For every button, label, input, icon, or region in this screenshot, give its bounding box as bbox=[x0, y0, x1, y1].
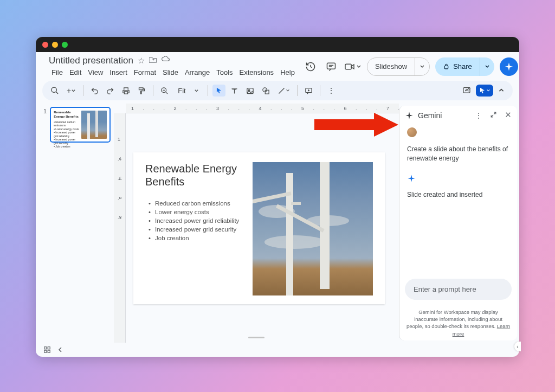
menu-slide[interactable]: Slide bbox=[160, 67, 181, 78]
share-dropdown[interactable] bbox=[480, 57, 494, 76]
gemini-title: Gemini bbox=[418, 111, 442, 120]
svg-rect-0 bbox=[327, 63, 335, 69]
window-minimize-button[interactable] bbox=[52, 42, 58, 48]
svg-point-6 bbox=[248, 89, 250, 91]
menubar: File Edit View Insert Format Slide Arran… bbox=[49, 67, 298, 78]
cursor-share-icon[interactable] bbox=[476, 85, 493, 97]
app-window: Untitled presentation ☆ File Edit View I… bbox=[36, 37, 519, 357]
speaker-notes-handle[interactable] bbox=[248, 337, 264, 338]
close-icon[interactable] bbox=[505, 111, 512, 120]
svg-rect-2 bbox=[444, 66, 448, 68]
side-panel-toggle[interactable]: ‹ bbox=[514, 342, 521, 351]
zoom-out-icon[interactable] bbox=[158, 85, 171, 97]
svg-rect-14 bbox=[44, 350, 47, 352]
paint-format-button[interactable] bbox=[135, 85, 149, 97]
spark-icon bbox=[405, 111, 414, 120]
search-icon[interactable] bbox=[48, 84, 62, 97]
share-button-group: Share bbox=[435, 57, 494, 76]
horizontal-ruler bbox=[126, 104, 399, 113]
separator bbox=[153, 85, 153, 96]
collapse-toolbar-icon[interactable] bbox=[495, 85, 507, 96]
user-avatar-small bbox=[407, 127, 417, 137]
expand-icon[interactable] bbox=[490, 111, 497, 120]
gemini-conversation: Create a slide about the benefits of ren… bbox=[399, 125, 517, 273]
bullet-item: Lower energy costs bbox=[145, 208, 243, 216]
gemini-prompt-input[interactable]: Enter a prompt here bbox=[405, 279, 512, 300]
image-tool[interactable] bbox=[243, 85, 257, 97]
comment-tool[interactable] bbox=[302, 85, 315, 97]
select-tool[interactable] bbox=[212, 85, 225, 97]
menu-edit[interactable]: Edit bbox=[67, 67, 84, 78]
slideshow-dropdown[interactable] bbox=[415, 58, 429, 75]
menu-tools[interactable]: Tools bbox=[214, 67, 235, 78]
svg-rect-5 bbox=[247, 88, 253, 93]
toolbar: + Fit ⋮ bbox=[42, 81, 513, 100]
slide-number: 1 bbox=[43, 108, 47, 143]
undo-button[interactable] bbox=[88, 85, 101, 97]
filmstrip: 1 Renewable Energy Benefits • Reduced ca… bbox=[36, 104, 114, 343]
redo-button[interactable] bbox=[104, 85, 117, 97]
print-button[interactable] bbox=[119, 85, 133, 97]
gemini-header: Gemini ⋮ bbox=[399, 106, 517, 125]
gemini-disclaimer: Gemini for Workspace may display inaccur… bbox=[399, 305, 517, 340]
window-zoom-button[interactable] bbox=[62, 42, 68, 48]
separator bbox=[297, 85, 298, 96]
spark-icon bbox=[407, 174, 416, 183]
separator bbox=[83, 85, 83, 96]
textbox-tool[interactable] bbox=[228, 85, 241, 97]
shape-tool[interactable] bbox=[259, 85, 273, 97]
document-title[interactable]: Untitled presentation bbox=[49, 55, 133, 66]
footer bbox=[36, 343, 519, 357]
menu-file[interactable]: File bbox=[49, 67, 66, 78]
thumb-image bbox=[81, 111, 107, 139]
bullet-item: Increased power grid reliability bbox=[145, 216, 243, 225]
menu-arrange[interactable]: Arrange bbox=[182, 67, 212, 78]
slideshow-button-group: Slideshow bbox=[367, 57, 430, 76]
gemini-sidebar: Gemini ⋮ Create a slide about the benefi… bbox=[399, 106, 517, 340]
svg-rect-1 bbox=[345, 64, 351, 69]
menu-view[interactable]: View bbox=[85, 67, 106, 78]
svg-rect-13 bbox=[48, 347, 50, 349]
window-close-button[interactable] bbox=[42, 42, 48, 48]
svg-rect-15 bbox=[48, 350, 50, 352]
user-prompt-text: Create a slide about the benefits of ren… bbox=[407, 145, 509, 163]
prev-slide-icon[interactable] bbox=[57, 346, 63, 353]
more-icon[interactable]: ⋮ bbox=[325, 84, 338, 97]
move-icon[interactable] bbox=[149, 56, 157, 66]
slide-title[interactable]: Renewable Energy Benefits bbox=[145, 162, 243, 188]
menu-extensions[interactable]: Extensions bbox=[237, 67, 277, 78]
slide-bullets[interactable]: Reduced carbon emissions Lower energy co… bbox=[145, 199, 243, 242]
slide-thumbnail[interactable]: Renewable Energy Benefits • Reduced carb… bbox=[50, 107, 111, 143]
gemini-response-text: Slide created and inserted bbox=[407, 190, 509, 200]
more-icon[interactable]: ⋮ bbox=[475, 111, 482, 120]
line-tool[interactable] bbox=[275, 85, 293, 97]
slideshow-button[interactable]: Slideshow bbox=[367, 58, 415, 75]
new-slide-button[interactable]: + bbox=[64, 84, 79, 97]
separator bbox=[208, 85, 208, 96]
title-area: Untitled presentation ☆ File Edit View I… bbox=[49, 55, 298, 78]
star-icon[interactable]: ☆ bbox=[138, 56, 145, 66]
menu-insert[interactable]: Insert bbox=[107, 67, 130, 78]
separator bbox=[320, 85, 320, 96]
gemini-insert-icon[interactable] bbox=[460, 84, 474, 97]
bullet-item: Job creation bbox=[145, 234, 243, 242]
vertical-ruler bbox=[114, 113, 126, 343]
canvas-area: Renewable Energy Benefits Reduced carbon… bbox=[114, 104, 399, 343]
grid-view-icon[interactable] bbox=[43, 346, 51, 354]
svg-point-3 bbox=[51, 87, 56, 92]
menu-help[interactable]: Help bbox=[278, 67, 298, 78]
macos-titlebar bbox=[36, 37, 519, 52]
comments-icon[interactable] bbox=[324, 59, 339, 74]
slide-image[interactable] bbox=[253, 162, 373, 295]
history-icon[interactable] bbox=[303, 59, 318, 74]
thumb-title: Renewable Energy Benefits bbox=[54, 111, 79, 119]
slide-canvas[interactable]: Renewable Energy Benefits Reduced carbon… bbox=[133, 152, 385, 304]
gemini-button[interactable] bbox=[500, 57, 518, 76]
meet-button[interactable] bbox=[344, 62, 362, 71]
menu-format[interactable]: Format bbox=[131, 67, 159, 78]
content-area: 1 Renewable Energy Benefits • Reduced ca… bbox=[36, 104, 519, 343]
cloud-status-icon[interactable] bbox=[162, 56, 170, 66]
zoom-select[interactable]: Fit bbox=[173, 85, 203, 97]
bullet-item: Reduced carbon emissions bbox=[145, 199, 243, 208]
share-button[interactable]: Share bbox=[435, 57, 480, 76]
